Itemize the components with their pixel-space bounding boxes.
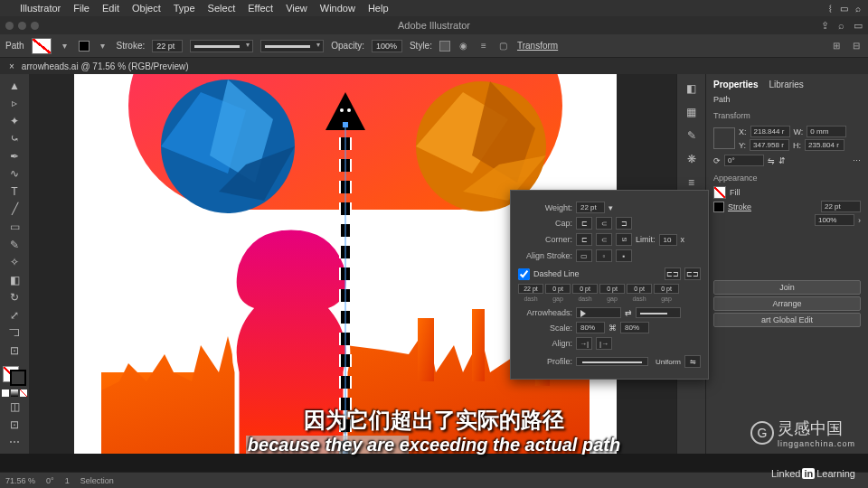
search-doc-icon[interactable]: ⌕ <box>838 20 844 32</box>
edit-icon[interactable]: ⊟ <box>850 40 863 52</box>
fill-dropdown-icon[interactable]: ▾ <box>59 40 71 52</box>
recolor-icon[interactable]: ◉ <box>458 40 470 52</box>
share-icon[interactable]: ⇪ <box>821 20 829 32</box>
close-tab-icon[interactable]: × <box>9 61 14 71</box>
cap-projecting[interactable]: ⊐ <box>616 217 632 230</box>
reference-point[interactable] <box>713 127 735 149</box>
stroke-dropdown-icon[interactable]: ▾ <box>97 40 109 52</box>
stroke-swatch[interactable] <box>79 41 90 52</box>
menu-effect[interactable]: Effect <box>248 3 273 14</box>
menu-view[interactable]: View <box>286 3 307 14</box>
artboard-nav[interactable]: 1 <box>65 476 70 485</box>
align-tip[interactable]: →| <box>576 337 592 350</box>
menu-select[interactable]: Select <box>208 3 236 14</box>
opacity-panel[interactable]: 100% <box>815 214 854 226</box>
shaper-tool[interactable]: ✧ <box>4 254 25 270</box>
weight-dropdown-icon[interactable]: ▾ <box>609 203 613 212</box>
fill-swatch-panel[interactable] <box>713 186 726 199</box>
scale-end[interactable]: 80% <box>620 322 649 333</box>
dashed-line-checkbox[interactable] <box>518 268 530 280</box>
magic-wand-tool[interactable]: ✦ <box>4 113 25 129</box>
selection-tool[interactable]: ▲ <box>4 78 25 94</box>
close-window[interactable] <box>5 22 14 30</box>
scale-tool[interactable]: ⤢ <box>4 307 25 324</box>
lasso-tool[interactable]: ⤿ <box>4 131 25 147</box>
opacity-arrow-icon[interactable]: › <box>858 216 861 225</box>
swap-arrowheads-icon[interactable]: ⇄ <box>625 308 632 317</box>
align-outside[interactable]: ▪ <box>616 249 632 262</box>
color-mode[interactable] <box>2 389 9 397</box>
screen-mode[interactable]: ⊡ <box>4 417 25 433</box>
align-icon[interactable]: ≡ <box>477 40 490 52</box>
edit-toolbar[interactable]: ⋯ <box>4 434 25 450</box>
brush-dropdown[interactable] <box>260 40 324 52</box>
width-profile-dropdown[interactable] <box>190 40 253 52</box>
stroke-swatch-panel[interactable] <box>713 202 724 212</box>
rotate-tool[interactable]: ↻ <box>4 289 25 305</box>
type-tool[interactable]: T <box>4 183 25 200</box>
rotate-input[interactable]: 0° <box>724 155 764 166</box>
shape-icon[interactable]: ▢ <box>497 40 510 52</box>
gap1[interactable]: 0 pt <box>545 284 571 294</box>
battery-icon[interactable]: ▭ <box>840 4 848 14</box>
line-tool[interactable]: ╱ <box>4 202 25 218</box>
corner-round[interactable]: ⊂ <box>596 233 612 246</box>
tab-libraries[interactable]: Libraries <box>769 80 803 89</box>
cap-round[interactable]: ⊂ <box>596 217 612 230</box>
dash1[interactable]: 22 pt <box>518 284 543 294</box>
tab-properties[interactable]: Properties <box>713 80 758 89</box>
isolate-icon[interactable]: ⊞ <box>830 40 843 52</box>
arrange-icon[interactable]: ▭ <box>854 20 863 32</box>
y-input[interactable]: 347.958 r <box>750 139 789 151</box>
menu-help[interactable]: Help <box>368 3 389 14</box>
arrowhead-end-dropdown[interactable] <box>636 307 681 318</box>
stroke-weight-input[interactable]: 22 pt <box>152 40 183 52</box>
x-input[interactable]: 218.844 r <box>750 126 790 137</box>
gap2[interactable]: 0 pt <box>599 284 625 294</box>
stroke-color[interactable] <box>10 370 26 386</box>
search-icon[interactable]: ⌕ <box>855 4 861 14</box>
curvature-tool[interactable]: ∿ <box>4 166 25 183</box>
cap-butt[interactable]: ⊏ <box>576 217 592 230</box>
gradient-mode[interactable] <box>11 389 18 397</box>
flip-h-icon[interactable]: ⇋ <box>768 156 775 165</box>
color-panel-icon[interactable]: ◧ <box>679 78 704 99</box>
stroke-panel[interactable]: Weight:22 pt▾ Cap:⊏⊂⊐ Corner:⊏⊂⧄Limit:10… <box>510 190 709 380</box>
profile-dropdown[interactable] <box>576 357 648 366</box>
zoom-level[interactable]: 71.56 % <box>5 476 35 485</box>
dash2[interactable]: 0 pt <box>572 284 598 294</box>
align-center[interactable]: ▭ <box>576 249 592 262</box>
w-input[interactable]: 0 mm <box>807 126 846 137</box>
document-tab[interactable]: × arrowheads.ai @ 71.56 % (RGB/Preview) <box>0 58 868 74</box>
h-input[interactable]: 235.804 r <box>805 139 844 151</box>
global-edit-button[interactable]: art Global Edit <box>713 313 861 327</box>
opacity-input[interactable]: 100% <box>372 40 402 52</box>
minimize-window[interactable] <box>18 22 26 30</box>
corner-miter[interactable]: ⊏ <box>576 233 592 246</box>
eraser-tool[interactable]: ◧ <box>4 272 25 288</box>
style-swatch[interactable] <box>439 41 450 52</box>
menu-file[interactable]: File <box>73 3 90 14</box>
corner-bevel[interactable]: ⧄ <box>616 233 632 246</box>
arrange-button[interactable]: Arrange <box>713 296 861 311</box>
join-button[interactable]: Join <box>713 280 861 295</box>
menu-window[interactable]: Window <box>320 3 355 14</box>
none-mode[interactable] <box>20 389 27 397</box>
rectangle-tool[interactable]: ▭ <box>4 219 25 235</box>
direct-selection-tool[interactable]: ▹ <box>4 96 25 112</box>
menu-edit[interactable]: Edit <box>102 3 119 14</box>
zoom-window[interactable] <box>31 22 39 30</box>
brush-tool[interactable]: ✎ <box>4 237 25 253</box>
wifi-icon[interactable]: ⧙ <box>828 4 833 14</box>
stroke-link[interactable]: Stroke <box>728 202 751 211</box>
flip-v-icon[interactable]: ⇵ <box>778 156 786 165</box>
fill-swatch[interactable] <box>32 38 52 54</box>
dash-preserve[interactable]: ⊏⊐ <box>665 267 681 280</box>
brushes-panel-icon[interactable]: ✎ <box>679 125 704 146</box>
limit-input[interactable]: 10 <box>659 234 677 246</box>
link-scale-icon[interactable]: ⌘ <box>609 324 617 333</box>
more-transform-icon[interactable]: ⋯ <box>853 156 861 165</box>
flip-profile-icon[interactable]: ⇋ <box>684 355 701 368</box>
gap3[interactable]: 0 pt <box>654 284 679 294</box>
app-name[interactable]: Illustrator <box>20 3 61 14</box>
